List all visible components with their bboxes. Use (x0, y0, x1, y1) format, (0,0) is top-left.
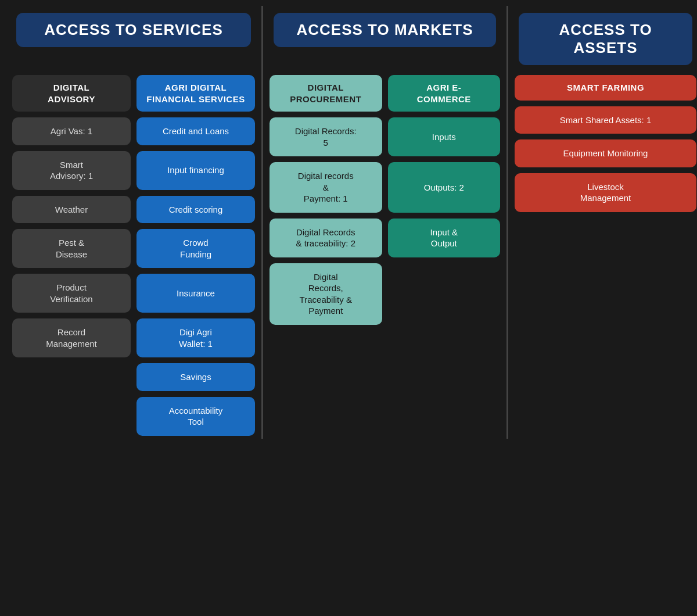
record-management-card[interactable]: RecordManagement (12, 318, 131, 357)
assets-column: SMART FARMING Smart Shared Assets: 1 Equ… (508, 72, 697, 439)
assets-grid: SMART FARMING Smart Shared Assets: 1 Equ… (512, 72, 697, 215)
product-verification-card[interactable]: ProductVerification (12, 274, 131, 313)
smart-advisory-card[interactable]: SmartAdvisory: 1 (12, 151, 131, 190)
crowd-funding-card[interactable]: CrowdFunding (136, 229, 255, 268)
header-assets-cell: ACCESS TO ASSETS (508, 6, 697, 72)
header-assets: ACCESS TO ASSETS (519, 13, 692, 65)
services-grid: DIGITAL ADVISORY AGRI DIGITAL FINANCIAL … (9, 72, 258, 439)
header-services-cell: ACCESS TO SERVICES (6, 6, 261, 72)
digital-records-5-card[interactable]: Digital Records:5 (270, 117, 382, 156)
outputs-card[interactable]: Outputs: 2 (388, 162, 501, 213)
services-column: DIGITAL ADVISORY AGRI DIGITAL FINANCIAL … (6, 72, 261, 439)
credit-scoring-card[interactable]: Credit scoring (136, 196, 255, 224)
agri-vas-card[interactable]: Agri Vas: 1 (12, 117, 131, 145)
markets-column: DIGITAL PROCUREMENT AGRI E- COMMERCE Dig… (261, 72, 508, 439)
header-markets: ACCESS TO MARKETS (274, 13, 496, 47)
savings-card[interactable]: Savings (136, 363, 255, 391)
agri-ecommerce-header: AGRI E- COMMERCE (388, 75, 501, 112)
digital-records-traceability-card[interactable]: Digital Records& traceability: 2 (270, 219, 382, 257)
smart-shared-assets-card[interactable]: Smart Shared Assets: 1 (515, 106, 696, 134)
digi-agri-wallet-card[interactable]: Digi AgriWallet: 1 (136, 318, 255, 357)
weather-card[interactable]: Weather (12, 196, 131, 224)
accountability-tool-card[interactable]: AccountabilityTool (136, 397, 255, 436)
smart-farming-header: SMART FARMING (515, 75, 696, 101)
equipment-monitoring-card[interactable]: Equipment Monitoring (515, 139, 696, 167)
digital-records-traceability-payment-card[interactable]: DigitalRecords,Traceability &Payment (270, 263, 382, 325)
agri-digital-finance-header: AGRI DIGITAL FINANCIAL SERVICES (136, 75, 255, 112)
header-markets-cell: ACCESS TO MARKETS (261, 6, 508, 72)
input-output-card[interactable]: Input &Output (388, 219, 501, 257)
input-financing-card[interactable]: Input financing (136, 151, 255, 190)
insurance-card[interactable]: Insurance (136, 274, 255, 313)
digital-records-payment-card[interactable]: Digital records&Payment: 1 (270, 162, 382, 213)
markets-grid: DIGITAL PROCUREMENT AGRI E- COMMERCE Dig… (267, 72, 503, 328)
digital-procurement-header: DIGITAL PROCUREMENT (270, 75, 382, 112)
livestock-management-card[interactable]: LivestockManagement (515, 173, 696, 212)
inputs-card[interactable]: Inputs (388, 117, 501, 156)
header-services: ACCESS TO SERVICES (16, 13, 251, 47)
pest-disease-card[interactable]: Pest &Disease (12, 229, 131, 268)
digital-advisory-header: DIGITAL ADVISORY (12, 75, 131, 112)
credit-loans-card[interactable]: Credit and Loans (136, 117, 255, 145)
